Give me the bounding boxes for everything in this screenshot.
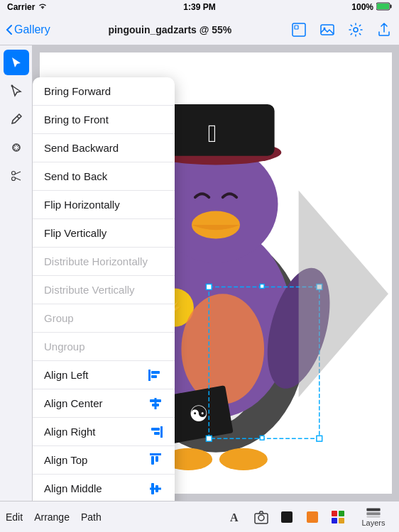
menu-item-flip-horizontally[interactable]: Flip Horizontally [33, 191, 175, 219]
menu-item-group: Group [33, 304, 175, 333]
canvas-area[interactable]: 𓂀 ⚡ [33, 45, 399, 501]
svg-point-11 [11, 177, 15, 181]
svg-rect-44 [152, 404, 159, 406]
menu-item-label: Align Left [44, 369, 89, 381]
scissors-tool[interactable] [4, 163, 29, 189]
orange-square-icon[interactable] [302, 507, 322, 527]
menu-item-label: Group [44, 312, 74, 324]
svg-rect-37 [260, 436, 264, 440]
menu-item-label: Send Backward [44, 142, 119, 154]
menu-item-label: Align Right [44, 426, 96, 438]
svg-text:A: A [230, 511, 239, 523]
menu-item-label: Flip Horizontally [44, 199, 120, 211]
pen-tool[interactable] [4, 106, 29, 132]
menu-item-align-left[interactable]: Align Left [33, 361, 175, 389]
main-area: 𓂀 ⚡ [0, 45, 399, 501]
status-left: Carrier [7, 2, 48, 12]
nav-right [290, 21, 393, 39]
svg-rect-68 [366, 516, 380, 517]
share-icon[interactable] [375, 21, 393, 39]
canvas-icon[interactable] [290, 21, 308, 39]
svg-rect-34 [206, 436, 212, 441]
svg-rect-48 [150, 453, 161, 455]
menu-item-label: Ungroup [44, 340, 85, 353]
svg-rect-39 [148, 370, 151, 381]
wifi-icon [38, 2, 48, 12]
svg-rect-45 [160, 426, 163, 438]
svg-point-58 [258, 515, 264, 521]
select-tool[interactable] [4, 50, 29, 75]
svg-rect-47 [154, 432, 160, 435]
svg-rect-60 [281, 511, 293, 523]
svg-rect-1 [390, 4, 392, 8]
svg-rect-36 [260, 284, 264, 289]
tab-edit[interactable]: Edit [6, 511, 23, 523]
tab-arrange[interactable]: Arrange [34, 511, 70, 523]
align-top-icon [148, 453, 163, 468]
svg-rect-64 [332, 518, 337, 523]
svg-point-8 [11, 85, 13, 87]
menu-item-label: Bring to Front [44, 113, 109, 126]
toolbar-left [0, 45, 33, 501]
align-middle-icon [148, 481, 163, 497]
image-icon[interactable] [318, 21, 337, 39]
menu-item-distribute-vertically: Distribute Vertically [33, 276, 175, 304]
status-bar: Carrier 1:39 PM 100% [0, 0, 399, 14]
status-right: 100% [351, 2, 392, 13]
align-left-icon [148, 367, 163, 383]
layers-button[interactable]: Layers [354, 507, 393, 527]
svg-rect-66 [366, 508, 380, 511]
battery-label: 100% [351, 2, 373, 12]
svg-rect-49 [151, 456, 154, 465]
menu-item-align-top[interactable]: Align Top [33, 446, 175, 475]
color-grid-icon[interactable] [328, 507, 348, 527]
menu-item-label: Bring Forward [44, 85, 111, 97]
svg-point-7 [354, 28, 358, 32]
svg-rect-53 [155, 485, 158, 492]
black-square-icon[interactable] [277, 507, 297, 527]
menu-item-bring-forward[interactable]: Bring Forward [33, 77, 175, 106]
tab-path[interactable]: Path [81, 511, 102, 523]
menu-item-label: Align Top [44, 454, 87, 466]
gear-icon[interactable] [346, 21, 365, 39]
menu-item-label: Distribute Horizontally [44, 255, 148, 267]
menu-item-label: Align Center [44, 397, 103, 409]
menu-item-label: Send to Back [44, 170, 107, 182]
bottom-tabs: Edit Arrange Path [6, 511, 102, 523]
context-menu: Bring Forward Bring to Front Send Backwa… [33, 77, 175, 501]
menu-item-ungroup: Ungroup [33, 333, 175, 361]
nav-bar: Gallery pingouin_gadzarts @ 55% [0, 14, 399, 45]
menu-item-align-center[interactable]: Align Center [33, 389, 175, 418]
svg-rect-61 [307, 511, 318, 523]
svg-rect-40 [151, 371, 160, 374]
svg-rect-50 [155, 456, 158, 462]
menu-item-label: Distribute Vertically [44, 284, 135, 296]
bottom-icons: A Layer [226, 507, 393, 527]
nav-left: Gallery [6, 23, 50, 36]
menu-item-align-middle[interactable]: Align Middle [33, 475, 175, 501]
menu-item-label: Align Middle [44, 482, 102, 494]
camera-icon[interactable] [251, 507, 271, 527]
svg-rect-65 [339, 518, 344, 523]
menu-item-send-backward[interactable]: Send Backward [33, 134, 175, 162]
svg-rect-41 [151, 375, 157, 378]
magic-tool[interactable] [4, 135, 29, 160]
direct-select-tool[interactable] [4, 78, 29, 104]
svg-rect-2 [377, 4, 389, 9]
svg-point-10 [11, 172, 15, 175]
svg-rect-62 [332, 511, 337, 516]
svg-rect-5 [321, 25, 334, 35]
back-button[interactable]: Gallery [6, 23, 50, 36]
align-center-icon [148, 396, 163, 411]
svg-rect-52 [151, 483, 154, 494]
menu-item-align-right[interactable]: Align Right [33, 418, 175, 446]
layers-label: Layers [361, 519, 385, 527]
menu-item-flip-vertically[interactable]: Flip Vertically [33, 219, 175, 248]
bottom-toolbar: Edit Arrange Path A [0, 501, 399, 532]
text-tool-icon[interactable]: A [226, 507, 246, 527]
svg-rect-35 [317, 436, 322, 441]
svg-point-30 [219, 448, 268, 470]
nav-title: pingouin_gadzarts @ 55% [108, 24, 231, 35]
menu-item-send-to-back[interactable]: Send to Back [33, 162, 175, 191]
menu-item-bring-to-front[interactable]: Bring to Front [33, 106, 175, 134]
